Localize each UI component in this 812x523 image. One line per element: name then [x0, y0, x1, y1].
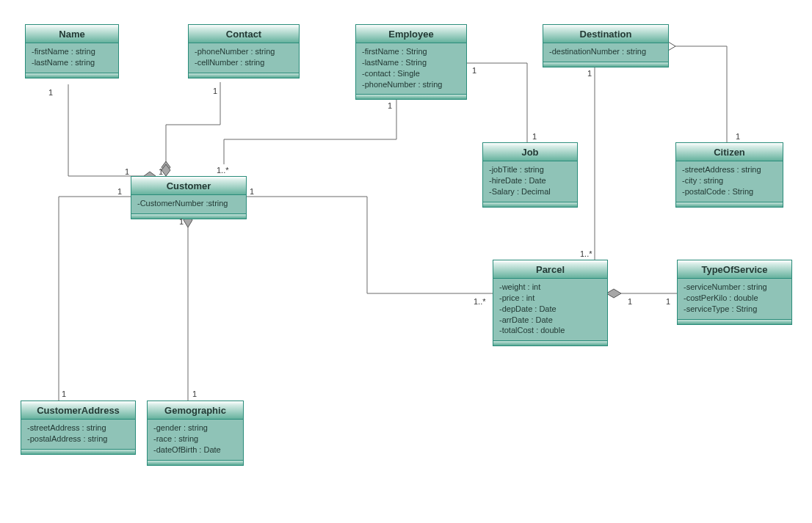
- class-attrs: -CustomerNumber :string: [131, 195, 246, 213]
- class-attrs: -jobTitle : string -hireDate : Date -Sal…: [483, 161, 577, 202]
- mult-label: 1: [213, 87, 217, 95]
- attr: -weight : int: [499, 282, 603, 293]
- attr: -race : string: [153, 434, 239, 445]
- uml-diagram-canvas: Name -firstName : string -lastName : str…: [0, 0, 812, 523]
- class-job: Job -jobTitle : string -hireDate : Date …: [482, 142, 578, 208]
- mult-label: 1: [159, 167, 163, 176]
- mult-label: 1: [736, 132, 740, 141]
- mult-label: 1: [628, 297, 632, 306]
- attr: -city : string: [682, 175, 778, 186]
- attr: -streetAddress : string: [27, 423, 131, 434]
- mult-label: 1: [192, 389, 197, 398]
- class-footer: [493, 340, 607, 345]
- mult-label: 1: [48, 88, 53, 97]
- attr: -phoneNumber : string: [195, 46, 294, 57]
- class-title: Contact: [189, 25, 299, 43]
- mult-label: 1: [62, 389, 66, 398]
- class-employee: Employee -firstName : String -lastName :…: [355, 24, 467, 100]
- mult-label: 1..*: [217, 166, 229, 175]
- mult-label: 1: [666, 297, 670, 306]
- class-footer: [676, 202, 783, 207]
- attr: -CustomerNumber :string: [137, 198, 242, 209]
- class-title: Destination: [543, 25, 668, 43]
- attr: -serviceType : String: [684, 304, 787, 315]
- class-title: TypeOfService: [678, 260, 791, 279]
- attr: -destinationNumber : string: [549, 46, 664, 57]
- mult-label: 1: [587, 69, 592, 78]
- mult-label: 1: [117, 187, 122, 196]
- class-name: Name -firstName : string -lastName : str…: [25, 24, 119, 78]
- class-contact: Contact -phoneNumber : string -cellNumbe…: [188, 24, 300, 78]
- attr: -cellNumber : string: [195, 57, 294, 68]
- class-attrs: -firstName : String -lastName : String -…: [356, 43, 466, 94]
- class-destination: Destination -destinationNumber : string: [543, 24, 669, 67]
- class-parcel: Parcel -weight : int -price : int -depDa…: [493, 260, 608, 346]
- attr: -phoneNumber : string: [362, 79, 462, 90]
- attr: -lastName : String: [362, 57, 462, 68]
- class-attrs: -weight : int -price : int -depDate : Da…: [493, 279, 607, 340]
- mult-label: 1: [472, 66, 476, 75]
- class-customer: Customer -CustomerNumber :string: [131, 176, 247, 219]
- class-citizen: Citizen -streetAddress : string -city : …: [675, 142, 783, 208]
- attr: -postalAddress : string: [27, 434, 131, 445]
- class-footer: [21, 449, 135, 454]
- attr: -postalCode : String: [682, 186, 778, 197]
- class-customeraddress: CustomerAddress -streetAddress : string …: [21, 401, 136, 455]
- mult-label: 1: [532, 132, 537, 141]
- class-footer: [678, 319, 791, 324]
- class-title: Job: [483, 143, 577, 161]
- attr: -hireDate : Date: [489, 175, 573, 186]
- attr: -price : int: [499, 293, 603, 304]
- class-footer: [26, 73, 118, 78]
- class-attrs: -serviceNumber : string -costPerKilo : d…: [678, 279, 791, 319]
- class-footer: [189, 73, 299, 78]
- mult-label: 1..*: [580, 249, 592, 258]
- class-footer: [483, 202, 577, 207]
- mult-label: 1: [250, 187, 254, 196]
- class-footer: [131, 213, 246, 219]
- class-title: Parcel: [493, 260, 607, 279]
- mult-label: 1: [125, 167, 129, 176]
- attr: -firstName : String: [362, 46, 462, 57]
- class-attrs: -destinationNumber : string: [543, 43, 668, 62]
- class-footer: [543, 62, 668, 67]
- mult-label: 1..*: [474, 297, 486, 306]
- attr: -gender : string: [153, 423, 239, 434]
- svg-marker-5: [606, 289, 621, 298]
- attr: -totalCost : double: [499, 325, 603, 336]
- class-title: Employee: [356, 25, 466, 43]
- class-gemographic: Gemographic -gender : string -race : str…: [147, 401, 244, 466]
- class-attrs: -streetAddress : string -city : string -…: [676, 161, 783, 202]
- mult-label: 1: [388, 101, 392, 110]
- class-attrs: -phoneNumber : string -cellNumber : stri…: [189, 43, 299, 73]
- mult-label: 1: [179, 217, 184, 226]
- attr: -Salary : Decimal: [489, 186, 573, 197]
- attr: -arrDate : Date: [499, 315, 603, 326]
- class-typeofservice: TypeOfService -serviceNumber : string -c…: [677, 260, 792, 325]
- class-title: Citizen: [676, 143, 783, 161]
- attr: -depDate : Date: [499, 304, 603, 315]
- attr: -lastName : string: [32, 57, 114, 68]
- attr: -streetAddress : string: [682, 164, 778, 175]
- class-title: Gemographic: [148, 401, 243, 420]
- class-title: Name: [26, 25, 118, 43]
- attr: -firstName : string: [32, 46, 114, 57]
- attr: -dateOfBirth : Date: [153, 445, 239, 456]
- attr: -contact : Single: [362, 68, 462, 79]
- attr: -costPerKilo : double: [684, 293, 787, 304]
- class-attrs: -gender : string -race : string -dateOfB…: [148, 420, 243, 460]
- class-footer: [148, 460, 243, 465]
- attr: -serviceNumber : string: [684, 282, 787, 293]
- class-title: Customer: [131, 177, 246, 195]
- class-footer: [356, 94, 466, 99]
- class-attrs: -firstName : string -lastName : string: [26, 43, 118, 73]
- class-title: CustomerAddress: [21, 401, 135, 420]
- attr: -jobTitle : string: [489, 164, 573, 175]
- class-attrs: -streetAddress : string -postalAddress :…: [21, 420, 135, 449]
